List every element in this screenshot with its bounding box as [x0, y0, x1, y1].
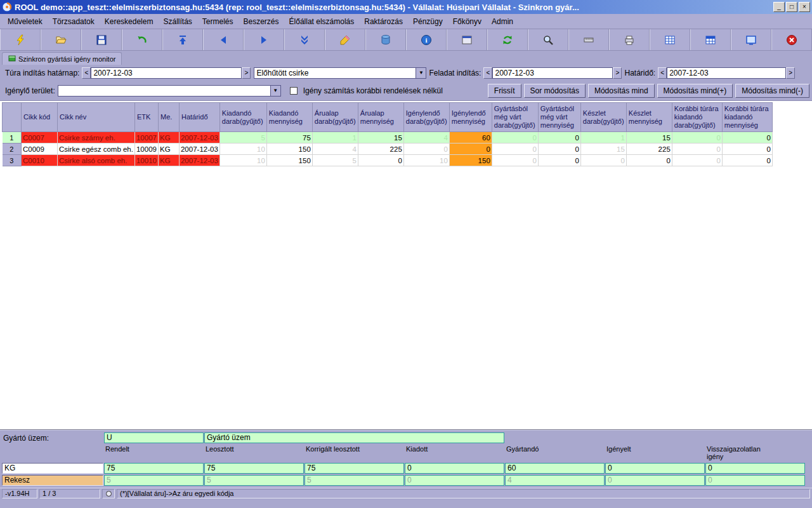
menu-eloallat-elszamolas[interactable]: Élőállat elszámolás [284, 15, 360, 28]
col-me[interactable]: Me. [158, 103, 179, 132]
cell-keszlet-darab[interactable]: 1 [580, 132, 626, 144]
undo-button[interactable] [122, 29, 162, 50]
next-button[interactable] [244, 29, 284, 50]
cell-hatarido[interactable]: 2007-12-03 [179, 144, 219, 155]
cell-korabbi-mennyiseg[interactable]: 0 [722, 144, 772, 155]
menu-termeles[interactable]: Termelés [197, 15, 239, 28]
col-igenylendo-darab[interactable]: Igénylendő darab(gyűjtő) [403, 103, 449, 132]
rekesz-rendelt-field[interactable]: 5 [104, 475, 204, 486]
cell-kiadando-mennyiseg[interactable]: 150 [266, 144, 312, 155]
gyarto-uzem-name-field[interactable]: Gyártó üzem [204, 432, 504, 443]
col-hatarido[interactable]: Határidő [179, 103, 219, 132]
kg-igenyelt-field[interactable]: 0 [605, 463, 705, 474]
info-button[interactable]: i [406, 29, 447, 50]
cell-igenylendo-darab[interactable]: 0 [403, 144, 449, 155]
cell-cikk-kod[interactable]: C0010 [22, 155, 58, 166]
cell-arualap-mennyiseg[interactable]: 15 [358, 132, 403, 144]
search-button[interactable] [528, 29, 568, 50]
feladat-date-prev-button[interactable]: < [483, 67, 492, 79]
save-button[interactable] [81, 29, 122, 50]
cell-etk[interactable]: 10010 [134, 155, 158, 166]
col-kiadando-mennyiseg[interactable]: Kiadandó mennyiség [266, 103, 312, 132]
row-number[interactable]: 3 [3, 155, 22, 166]
frissit-button[interactable]: Frissít [488, 84, 521, 98]
cell-arualap-mennyiseg[interactable]: 0 [358, 155, 403, 166]
col-etk[interactable]: ETK [134, 103, 158, 132]
form-button[interactable] [447, 29, 487, 50]
titlebar[interactable]: ROOL demo::app_teszt::elelmiszerbiztonsa… [0, 0, 812, 14]
hatarido-date-prev-button[interactable]: < [658, 67, 667, 79]
cell-igenylendo-mennyiseg[interactable]: 150 [449, 155, 492, 166]
col-arualap-darab[interactable]: Árualap darab(gyűjtő) [312, 103, 358, 132]
rekesz-gyartando-field[interactable]: 4 [505, 475, 605, 486]
table-row-2[interactable]: 2 C0009 Csirke egész comb eh. 10009 KG 2… [3, 144, 773, 155]
minimize-button[interactable]: _ [773, 2, 785, 12]
cell-igenylendo-darab[interactable]: 10 [403, 155, 449, 166]
cell-keszlet-darab[interactable]: 0 [580, 155, 626, 166]
cell-kiadando-mennyiseg[interactable]: 150 [266, 155, 312, 166]
cell-me[interactable]: KG [158, 155, 179, 166]
cell-keszlet-mennyiseg[interactable]: 225 [626, 144, 672, 155]
product-combobox-input[interactable] [254, 68, 416, 78]
col-korabbi-mennyiseg[interactable]: Korábbi túrára kiadandó mennyiség [722, 103, 772, 132]
cell-keszlet-mennyiseg[interactable]: 15 [626, 132, 672, 144]
menu-muveletek[interactable]: Műveletek [3, 15, 48, 28]
menu-fokonyv[interactable]: Főkönyv [448, 15, 487, 28]
rekesz-kiadott-field[interactable]: 0 [405, 475, 504, 486]
col-arualap-mennyiseg[interactable]: Árualap mennyiség [358, 103, 403, 132]
col-gyartasbol-mennyiseg[interactable]: Gyártásból még várt mennyiség [538, 103, 580, 132]
table-button[interactable] [650, 29, 690, 50]
menu-raktarozas[interactable]: Raktározás [359, 15, 408, 28]
edit-button[interactable] [325, 29, 365, 50]
cell-gyartasbol-darab[interactable]: 0 [492, 155, 538, 166]
cell-etk[interactable]: 10009 [134, 144, 158, 155]
igenylo-terulet-combobox[interactable]: ▼ [58, 85, 281, 97]
menu-admin[interactable]: Admin [487, 15, 518, 28]
row-number[interactable]: 2 [3, 144, 22, 155]
cell-cikk-nev[interactable]: Csirke egész comb eh. [58, 144, 135, 155]
kg-gyartando-field[interactable]: 60 [505, 463, 605, 474]
cell-gyartasbol-mennyiseg[interactable]: 0 [538, 155, 580, 166]
menu-torzsadatok[interactable]: Törzsadatok [48, 15, 100, 28]
row-number[interactable]: 1 [3, 132, 22, 144]
print-button[interactable] [609, 29, 650, 50]
col-keszlet-mennyiseg[interactable]: Készlet mennyiség [626, 103, 672, 132]
kg-leosztott-field[interactable]: 75 [204, 463, 304, 474]
gyarto-uzem-code-field[interactable]: U [104, 432, 204, 443]
cell-me[interactable]: KG [158, 132, 179, 144]
modositas-mind-plus-button[interactable]: Módosítás mind(+) [657, 84, 733, 98]
cell-arualap-darab[interactable]: 4 [312, 144, 358, 155]
rekesz-leosztott-field[interactable]: 5 [204, 475, 304, 486]
close-button[interactable]: × [799, 2, 810, 12]
cell-gyartasbol-darab[interactable]: 0 [492, 144, 538, 155]
igenylo-terulet-combobox-input[interactable] [58, 86, 270, 96]
feladat-date-next-button[interactable]: > [613, 67, 622, 79]
cell-kiadando-darab[interactable]: 10 [219, 144, 266, 155]
cell-gyartasbol-darab[interactable]: 0 [492, 132, 538, 144]
col-cikk-nev[interactable]: Cikk név [58, 103, 135, 132]
maximize-button[interactable]: □ [786, 2, 797, 12]
sor-modositas-button[interactable]: Sor módosítás [524, 84, 586, 98]
col-kiadando-darab[interactable]: Kiadandó darab(gyűjtő) [219, 103, 266, 132]
cell-kiadando-darab[interactable]: 10 [219, 155, 266, 166]
modositas-mind-button[interactable]: Módosítás mind [588, 84, 655, 98]
rekesz-igenyelt-field[interactable]: 0 [605, 475, 705, 486]
execute-button[interactable] [0, 29, 41, 50]
cell-me[interactable]: KG [158, 144, 179, 155]
cell-arualap-darab[interactable]: 1 [312, 132, 358, 144]
table-header-button[interactable] [690, 29, 731, 50]
kg-visszaigazolatlan-field[interactable]: 0 [705, 463, 805, 474]
cell-korabbi-darab[interactable]: 0 [672, 132, 722, 144]
cell-cikk-kod[interactable]: C0009 [22, 144, 58, 155]
table-row-1[interactable]: 1 C0007 Csirke szárny eh. 10007 KG 2007-… [3, 132, 773, 144]
database-button[interactable] [365, 29, 406, 50]
cell-korabbi-darab[interactable]: 0 [672, 155, 722, 166]
igenylo-terulet-combobox-dropdown-icon[interactable]: ▼ [270, 86, 280, 96]
cell-keszlet-darab[interactable]: 15 [580, 144, 626, 155]
menu-szallitas[interactable]: Szállítás [158, 15, 197, 28]
modositas-mind-minus-button[interactable]: Módosítás mind(-) [735, 84, 809, 98]
product-combobox-dropdown-icon[interactable]: ▼ [416, 68, 426, 78]
cell-kiadando-mennyiseg[interactable]: 75 [266, 132, 312, 144]
cell-keszlet-mennyiseg[interactable]: 0 [626, 155, 672, 166]
cell-cikk-nev[interactable]: Csirke alsó comb eh. [58, 155, 135, 166]
